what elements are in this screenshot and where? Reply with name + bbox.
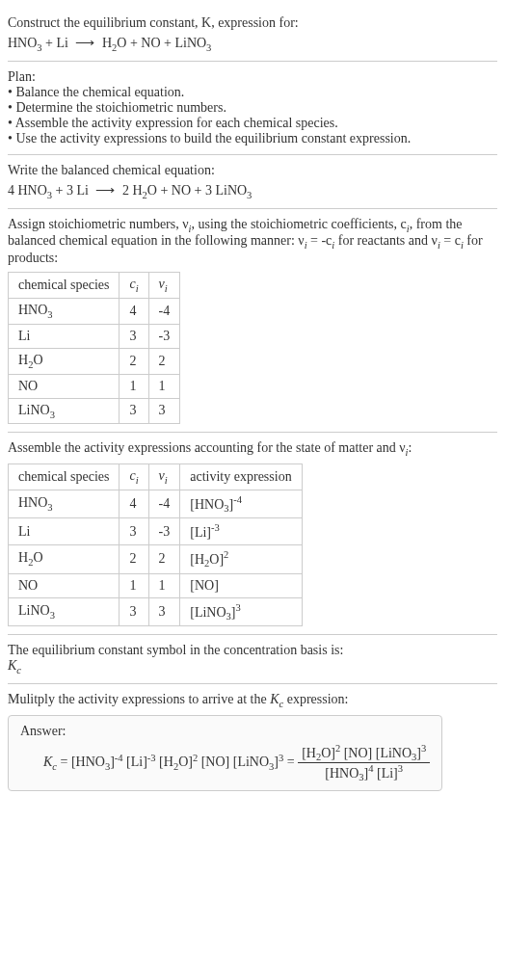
term: [NO] [LiNO — [198, 755, 269, 769]
text: H — [18, 353, 28, 367]
text: Assemble the activity expressions accoun… — [8, 440, 406, 455]
text: Mulitply the activity expressions to arr… — [8, 692, 270, 706]
activity-table: chemical species ci νi activity expressi… — [8, 464, 303, 626]
sub: 3 — [47, 502, 52, 513]
text: : — [409, 440, 412, 455]
text: LiNO — [18, 603, 50, 618]
term: [HNO — [325, 766, 359, 781]
sup: 2 — [224, 549, 228, 560]
k: K — [270, 692, 279, 706]
cell-species: Li — [9, 518, 120, 545]
table-row: H2O 2 2 [H2O]2 — [9, 545, 303, 573]
eq-part: H — [98, 36, 112, 50]
sup: -3 — [211, 522, 220, 533]
kc-text: The equilibrium constant symbol in the c… — [8, 643, 497, 658]
eq: = — [283, 755, 298, 769]
cell-species: HNO3 — [9, 490, 120, 517]
eq-sub: 3 — [206, 42, 211, 53]
table-row: HNO3 4 -4 — [9, 298, 180, 324]
sub: i — [136, 283, 139, 294]
kc-symbol-section: The equilibrium constant symbol in the c… — [8, 635, 497, 684]
cell-c: 3 — [120, 324, 148, 348]
cell-activity: [HNO3]-4 — [180, 490, 302, 517]
sup: -4 — [115, 752, 123, 762]
cell-v: 3 — [148, 597, 180, 625]
text: Assign stoichiometric numbers, ν — [8, 217, 189, 231]
cell-species: NO — [9, 374, 120, 398]
sub: i — [136, 475, 139, 486]
term: [NO] [LiNO — [340, 745, 412, 759]
balanced-section: Write the balanced chemical equation: 4 … — [8, 155, 497, 209]
table-row: NO 1 1 [NO] — [9, 573, 303, 597]
assemble-section: Assemble the activity expressions accoun… — [8, 433, 497, 635]
multiply-text: Mulitply the activity expressions to arr… — [8, 692, 497, 709]
cell-activity: [NO] — [180, 573, 302, 597]
term: [H — [302, 745, 316, 759]
answer-label: Answer: — [20, 724, 430, 739]
text: [LiNO — [190, 604, 226, 619]
text: = c — [440, 233, 461, 248]
assign-section: Assign stoichiometric numbers, νi, using… — [8, 209, 497, 434]
sub: i — [165, 283, 168, 294]
sup: 3 — [421, 743, 426, 754]
text: LiNO — [18, 403, 50, 417]
cell-c: 2 — [120, 545, 148, 573]
sub: 3 — [50, 409, 55, 419]
balanced-equation: 4 HNO3 + 3 Li ⟶ 2 H2O + NO + 3 LiNO3 — [8, 182, 497, 200]
cell-activity: [LiNO3]3 — [180, 597, 302, 625]
numerator: [H2O]2 [NO] [LiNO3]3 — [298, 743, 430, 763]
col-species: chemical species — [9, 464, 120, 490]
cell-species: H2O — [9, 545, 120, 573]
plan-bullet: • Use the activity expressions to build … — [8, 131, 497, 146]
cell-activity: [Li]-3 — [180, 518, 302, 545]
term: O] — [321, 745, 335, 759]
table-header-row: chemical species ci νi activity expressi… — [9, 464, 303, 490]
plan-bullet: • Balance the chemical equation. — [8, 85, 497, 100]
cell-species: LiNO3 — [9, 597, 120, 625]
sub: 3 — [50, 610, 55, 621]
term: [HNO — [71, 755, 105, 769]
term: [Li] — [374, 766, 398, 781]
text: expression: — [283, 692, 348, 706]
plan-bullet: • Assemble the activity expression for e… — [8, 116, 497, 131]
sup: -4 — [233, 494, 242, 505]
cell-v: 1 — [148, 573, 180, 597]
eq-part: O + NO + 3 LiNO — [147, 183, 247, 198]
eq-part: O + NO + LiNO — [117, 36, 206, 50]
assign-text: Assign stoichiometric numbers, νi, using… — [8, 217, 497, 267]
eq-part: 4 HNO — [8, 183, 47, 198]
table-header-row: chemical species ci νi — [9, 273, 180, 299]
cell-c: 2 — [120, 348, 148, 374]
term: [H — [156, 755, 173, 769]
sub: 3 — [47, 309, 52, 320]
cell-v: 2 — [148, 545, 180, 573]
col-ci: ci — [120, 273, 148, 299]
table-row: H2O 2 2 — [9, 348, 180, 374]
text: HNO — [18, 303, 47, 317]
cell-c: 3 — [120, 398, 148, 424]
stoichiometric-table: chemical species ci νi HNO3 4 -4 Li 3 -3… — [8, 272, 180, 424]
sup: 3 — [398, 763, 403, 774]
sup: 3 — [236, 602, 241, 613]
cell-v: -4 — [148, 298, 180, 324]
arrow-icon: ⟶ — [75, 35, 94, 51]
intro-line: Construct the equilibrium constant, K, e… — [8, 15, 497, 31]
eq-part: + 3 Li — [52, 183, 92, 198]
text: O — [33, 550, 42, 565]
plan-title: Plan: — [8, 69, 497, 85]
cell-v: -4 — [148, 490, 180, 517]
assemble-text: Assemble the activity expressions accoun… — [8, 440, 497, 458]
cell-c: 4 — [120, 490, 148, 517]
cell-v: -3 — [148, 324, 180, 348]
multiply-section: Mulitply the activity expressions to arr… — [8, 684, 497, 800]
intro-text: Construct the equilibrium constant, K, e… — [8, 15, 299, 30]
k: K — [43, 755, 52, 769]
term: [Li] — [123, 755, 147, 769]
cell-v: 3 — [148, 398, 180, 424]
cell-c: 3 — [120, 518, 148, 545]
cell-species: H2O — [9, 348, 120, 374]
cell-activity: [H2O]2 — [180, 545, 302, 573]
table-row: HNO3 4 -4 [HNO3]-4 — [9, 490, 303, 517]
col-species: chemical species — [9, 273, 120, 299]
cell-species: HNO3 — [9, 298, 120, 324]
